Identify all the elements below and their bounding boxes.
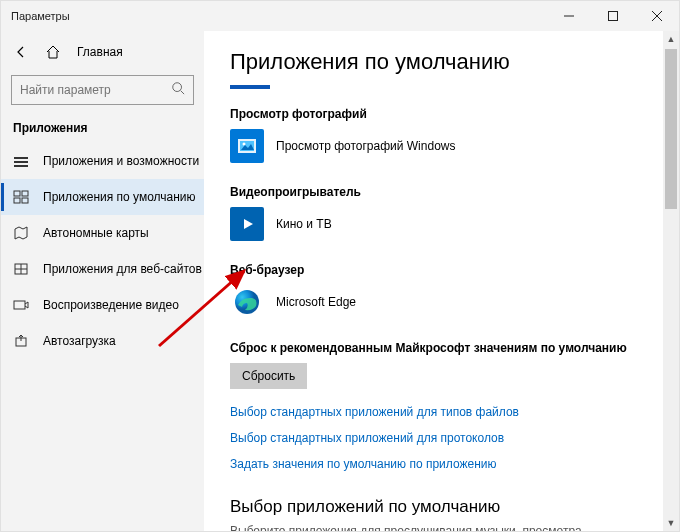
home-label: Главная <box>77 45 123 59</box>
app-name: Просмотр фотографий Windows <box>276 139 455 153</box>
svg-rect-11 <box>14 198 20 203</box>
svg-rect-16 <box>14 301 25 309</box>
back-arrow-icon <box>13 44 29 60</box>
accent-bar <box>230 85 270 89</box>
svg-rect-8 <box>14 165 28 167</box>
scrollbar[interactable]: ▲ ▼ <box>663 31 679 531</box>
photos-app-icon <box>230 129 264 163</box>
svg-rect-10 <box>22 191 28 196</box>
scroll-down-button[interactable]: ▼ <box>663 515 679 531</box>
close-button[interactable] <box>635 1 679 31</box>
maximize-button[interactable] <box>591 1 635 31</box>
category-label: Видеопроигрыватель <box>230 185 637 199</box>
minimize-button[interactable] <box>547 1 591 31</box>
svg-point-4 <box>173 83 182 92</box>
category-video-player: Видеопроигрыватель Кино и ТВ <box>230 185 637 243</box>
startup-icon <box>13 333 29 349</box>
search-icon <box>171 81 185 99</box>
sidebar: Главная Приложения Приложения и возможно… <box>1 31 204 531</box>
home-icon <box>45 44 61 60</box>
reset-block: Сброс к рекомендованным Майкрософт значе… <box>230 341 637 389</box>
titlebar: Параметры <box>1 1 679 31</box>
svg-rect-9 <box>14 191 20 196</box>
svg-rect-12 <box>22 198 28 203</box>
search-input[interactable] <box>20 83 171 97</box>
category-photo-viewer: Просмотр фотографий Просмотр фотографий … <box>230 107 637 165</box>
offline-maps-icon <box>13 225 29 241</box>
scroll-up-button[interactable]: ▲ <box>663 31 679 47</box>
page-title: Приложения по умолчанию <box>230 49 637 75</box>
nav-list: Приложения и возможности Приложения по у… <box>1 143 204 359</box>
nav-item-video-playback[interactable]: Воспроизведение видео <box>1 287 204 323</box>
category-label: Просмотр фотографий <box>230 107 637 121</box>
nav-item-website-apps[interactable]: Приложения для веб-сайтов <box>1 251 204 287</box>
app-name: Microsoft Edge <box>276 295 356 309</box>
nav-item-apps-features[interactable]: Приложения и возможности <box>1 143 204 179</box>
reset-label: Сброс к рекомендованным Майкрософт значе… <box>230 341 637 355</box>
svg-rect-7 <box>14 161 28 163</box>
window-controls <box>547 1 679 31</box>
svg-rect-1 <box>609 12 618 21</box>
links: Выбор стандартных приложений для типов ф… <box>230 405 637 471</box>
default-apps-icon <box>13 189 29 205</box>
settings-window: Параметры Главная <box>0 0 680 532</box>
category-web-browser: Веб-браузер Microsoft Edge <box>230 263 637 321</box>
app-row-video-player[interactable]: Кино и ТВ <box>230 205 550 243</box>
svg-line-5 <box>181 91 185 95</box>
window-title: Параметры <box>11 10 70 22</box>
category-label: Веб-браузер <box>230 263 637 277</box>
nav-label: Приложения для веб-сайтов <box>43 262 202 276</box>
search-box[interactable] <box>11 75 194 105</box>
svg-rect-6 <box>14 157 28 159</box>
svg-marker-22 <box>244 219 253 229</box>
scroll-track-space[interactable] <box>663 211 679 515</box>
scroll-thumb[interactable] <box>665 49 677 209</box>
app-row-web-browser[interactable]: Microsoft Edge <box>230 283 550 321</box>
nav-item-offline-maps[interactable]: Автономные карты <box>1 215 204 251</box>
website-apps-icon <box>13 261 29 277</box>
home-row[interactable]: Главная <box>1 33 204 71</box>
content: Приложения по умолчанию Просмотр фотогра… <box>204 31 679 531</box>
video-playback-icon <box>13 297 29 313</box>
nav-item-default-apps[interactable]: Приложения по умолчанию <box>1 179 204 215</box>
link-file-types[interactable]: Выбор стандартных приложений для типов ф… <box>230 405 637 419</box>
edge-icon <box>230 285 264 319</box>
nav-label: Воспроизведение видео <box>43 298 179 312</box>
nav-label: Автономные карты <box>43 226 149 240</box>
link-by-app[interactable]: Задать значения по умолчанию по приложен… <box>230 457 637 471</box>
app-row-photo-viewer[interactable]: Просмотр фотографий Windows <box>230 127 550 165</box>
section2-title: Выбор приложений по умолчанию <box>230 497 637 517</box>
sidebar-section-label: Приложения <box>1 115 204 143</box>
nav-label: Приложения по умолчанию <box>43 190 196 204</box>
link-protocols[interactable]: Выбор стандартных приложений для протоко… <box>230 431 637 445</box>
app-name: Кино и ТВ <box>276 217 332 231</box>
nav-label: Приложения и возможности <box>43 154 199 168</box>
apps-features-icon <box>13 153 29 169</box>
nav-label: Автозагрузка <box>43 334 116 348</box>
nav-item-startup[interactable]: Автозагрузка <box>1 323 204 359</box>
body: Главная Приложения Приложения и возможно… <box>1 31 679 531</box>
movies-tv-icon <box>230 207 264 241</box>
search-wrap <box>1 71 204 115</box>
scroll-region: Приложения по умолчанию Просмотр фотогра… <box>204 31 663 531</box>
section2-desc: Выберите приложения для прослушивания му… <box>230 523 637 531</box>
reset-button[interactable]: Сбросить <box>230 363 307 389</box>
